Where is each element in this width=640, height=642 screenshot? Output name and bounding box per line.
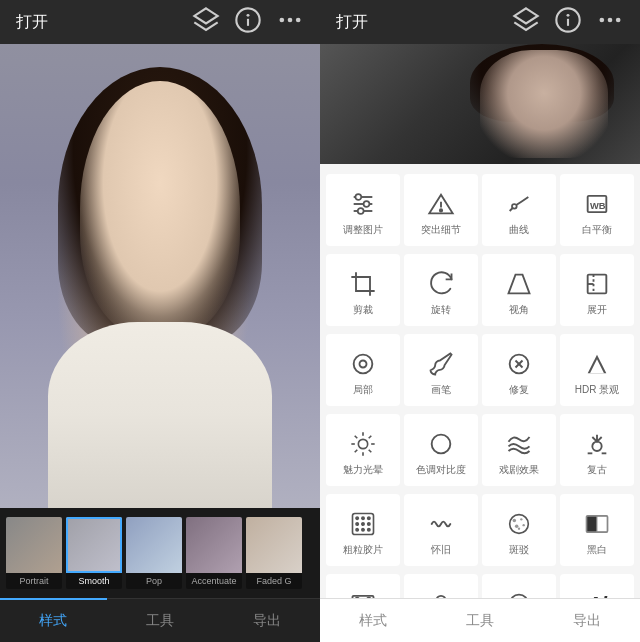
wb-icon: WB (583, 188, 611, 220)
filter-portrait[interactable]: Portrait (6, 517, 62, 589)
svg-point-65 (518, 528, 520, 530)
nostalgia-icon (427, 508, 455, 540)
left-panel: 打开 (0, 0, 320, 642)
svg-point-22 (440, 209, 442, 211)
svg-point-51 (356, 517, 358, 519)
tool-healing[interactable]: 修复 (482, 334, 556, 406)
tool-rotate-label: 旋转 (431, 304, 451, 316)
tool-nostalgia-label: 怀旧 (431, 544, 451, 556)
crop-icon (349, 268, 377, 300)
detail-icon (427, 188, 455, 220)
tool-grain-label: 粗粒胶片 (343, 544, 383, 556)
tool-nostalgia[interactable]: 怀旧 (404, 494, 478, 566)
tool-brush-label: 画笔 (431, 384, 451, 396)
tool-local-label: 局部 (353, 384, 373, 396)
svg-point-60 (510, 515, 529, 534)
svg-point-46 (432, 435, 451, 454)
tool-bw-label: 黑白 (587, 544, 607, 556)
left-nav-styles[interactable]: 样式 (0, 598, 107, 642)
tool-detail-label: 突出细节 (421, 224, 461, 236)
tool-brush[interactable]: 画笔 (404, 334, 478, 406)
retro-icon (583, 428, 611, 460)
tool-rotate[interactable]: 旋转 (404, 254, 478, 326)
right-more-icon[interactable] (596, 6, 624, 39)
tool-freckles-label: 斑驳 (509, 544, 529, 556)
tools-row-4: 魅力光晕 色调对比度 (324, 412, 636, 488)
filter-accentuate[interactable]: Accentuate (186, 517, 242, 589)
svg-marker-7 (514, 8, 537, 23)
filter-pop[interactable]: Pop (126, 517, 182, 589)
tool-freckles[interactable]: 斑驳 (482, 494, 556, 566)
left-open-label[interactable]: 打开 (16, 12, 48, 33)
tool-tone[interactable]: 色调对比度 (404, 414, 478, 486)
filter-accentuate-label: Accentuate (186, 573, 242, 589)
tool-face-retouch[interactable]: 脸部重塑 (482, 574, 556, 598)
tool-expand[interactable]: 展开 (560, 254, 634, 326)
svg-rect-67 (597, 516, 608, 532)
bw-icon (583, 508, 611, 540)
tool-ai[interactable]: Ai (560, 574, 634, 598)
tool-tone-label: 色调对比度 (416, 464, 466, 476)
svg-marker-0 (194, 8, 217, 23)
tool-grain[interactable]: 粗粒胶片 (326, 494, 400, 566)
tool-drama[interactable]: 戏剧效果 (482, 414, 556, 486)
tool-adjust[interactable]: 调整图片 (326, 174, 400, 246)
left-bottom-nav: 样式 工具 导出 (0, 598, 320, 642)
tool-curve[interactable]: 曲线 (482, 174, 556, 246)
tool-glamour-label: 魅力光晕 (343, 464, 383, 476)
main-photo-area (0, 44, 320, 508)
svg-point-63 (515, 525, 519, 529)
tool-bw[interactable]: 黑白 (560, 494, 634, 566)
tool-crop[interactable]: 剪裁 (326, 254, 400, 326)
tool-perspective[interactable]: 视角 (482, 254, 556, 326)
curve-icon (505, 188, 533, 220)
tool-glamour[interactable]: 魅力光晕 (326, 414, 400, 486)
svg-point-12 (608, 17, 613, 22)
svg-line-45 (355, 450, 358, 453)
tool-detail[interactable]: 突出细节 (404, 174, 478, 246)
right-nav-styles[interactable]: 样式 (320, 599, 427, 642)
expand-icon (583, 268, 611, 300)
tool-expand-label: 展开 (587, 304, 607, 316)
svg-point-5 (288, 17, 293, 22)
info-icon[interactable] (234, 6, 262, 39)
glamour-icon (349, 428, 377, 460)
right-layers-icon[interactable] (512, 6, 540, 39)
right-open-label[interactable]: 打开 (336, 12, 368, 33)
right-bottom-nav: 样式 工具 导出 (320, 598, 640, 642)
hdr-icon (583, 348, 611, 380)
rotate-icon (427, 268, 455, 300)
svg-point-55 (362, 523, 364, 525)
filter-smooth[interactable]: Smooth (66, 517, 122, 589)
tool-hdr[interactable]: HDR 景观 (560, 334, 634, 406)
svg-point-52 (362, 517, 364, 519)
tool-local[interactable]: 局部 (326, 334, 400, 406)
right-nav-export[interactable]: 导出 (533, 599, 640, 642)
svg-point-57 (356, 529, 358, 531)
svg-point-61 (513, 519, 517, 523)
right-header-icons (512, 6, 624, 39)
tool-cinema[interactable]: 黑白电影 (326, 574, 400, 598)
cinema-icon (349, 588, 377, 598)
tool-healing-label: 修复 (509, 384, 529, 396)
tool-retro[interactable]: 复古 (560, 414, 634, 486)
svg-point-13 (616, 17, 621, 22)
svg-point-11 (600, 17, 605, 22)
tools-row-1: 调整图片 突出细节 曲 (324, 172, 636, 248)
svg-point-56 (368, 523, 370, 525)
more-icon[interactable] (276, 6, 304, 39)
filter-faded[interactable]: Faded G (246, 517, 302, 589)
brush-icon (427, 348, 455, 380)
left-nav-tools[interactable]: 工具 (107, 598, 214, 642)
tool-portrait2[interactable]: 滤镜 (404, 574, 478, 598)
right-info-icon[interactable] (554, 6, 582, 39)
tools-row-6: 黑白电影 滤镜 (324, 572, 636, 598)
left-nav-export[interactable]: 导出 (213, 598, 320, 642)
tool-wb[interactable]: WB 白平衡 (560, 174, 634, 246)
right-photo-preview (320, 44, 640, 164)
right-nav-tools[interactable]: 工具 (427, 599, 534, 642)
film-strip: Portrait Smooth Pop Accentuate Faded G (0, 508, 320, 598)
filter-pop-label: Pop (126, 573, 182, 589)
layers-icon[interactable] (192, 6, 220, 39)
svg-line-43 (369, 450, 372, 453)
